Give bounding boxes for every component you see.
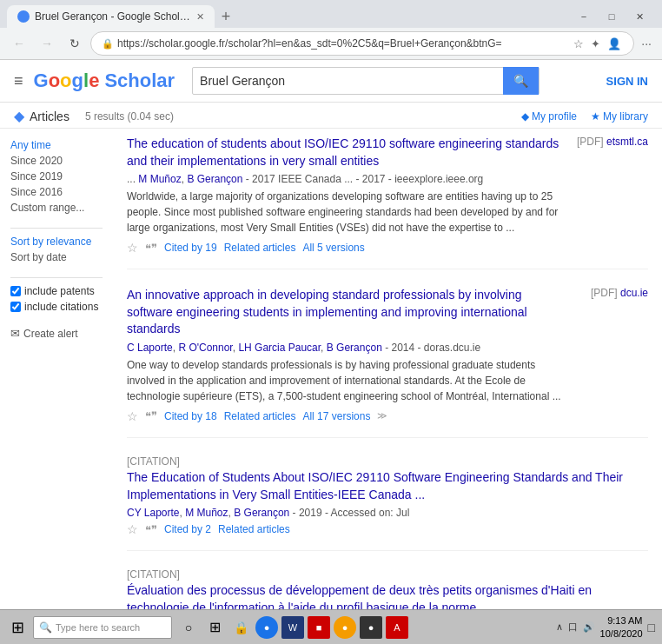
bookmark-star-icon[interactable]: ✦: [589, 36, 602, 52]
taskbar-app3[interactable]: ●: [334, 616, 356, 639]
my-library-label: My library: [603, 110, 648, 123]
author-link[interactable]: R O'Connor: [178, 342, 232, 354]
quote-icon[interactable]: ❝❞: [145, 523, 157, 536]
star-icon[interactable]: ☆: [127, 409, 138, 423]
volume-icon[interactable]: 🔊: [583, 621, 595, 633]
close-window-button[interactable]: ✕: [627, 8, 652, 25]
result-pdf-1[interactable]: [PDF] etsmtl.ca: [561, 136, 648, 255]
sort-by-relevance[interactable]: Sort by relevance: [10, 236, 103, 248]
taskbar-app1[interactable]: W: [281, 616, 304, 639]
include-citations-input[interactable]: [10, 302, 21, 312]
tab-title: Bruel Gerançon - Google Scholar x: [35, 10, 191, 23]
author-link[interactable]: B Gerançon: [327, 342, 382, 354]
result-item: The education of students about ISO/IEC …: [127, 136, 648, 269]
task-view-icon[interactable]: ○: [177, 616, 200, 639]
filter-since-2020[interactable]: Since 2020: [10, 155, 103, 167]
new-tab-button[interactable]: +: [215, 5, 237, 28]
sort-filter-section: Sort by relevance Sort by date: [10, 236, 103, 263]
search-button[interactable]: 🔍: [503, 67, 539, 95]
create-alert-label: Create alert: [23, 328, 78, 340]
articles-diamond-icon: ◆: [14, 108, 24, 124]
versions-icon: ≫: [377, 410, 387, 422]
windows-icon: ⊞: [11, 618, 24, 637]
taskbar-app2[interactable]: ■: [308, 616, 330, 639]
browser-icon[interactable]: ●: [255, 616, 278, 639]
taskbar-app4[interactable]: ●: [360, 616, 382, 639]
lock-icon[interactable]: 🔒: [229, 616, 252, 639]
search-icon: 🔍: [513, 74, 528, 88]
active-tab[interactable]: Bruel Gerançon - Google Scholar x ✕: [7, 5, 215, 28]
start-button[interactable]: ⊞: [3, 614, 31, 641]
forward-button[interactable]: →: [35, 31, 59, 56]
cited-by-2[interactable]: Cited by 18: [164, 410, 217, 422]
time-filter-section: Any time Since 2020 Since 2019 Since 201…: [10, 139, 103, 214]
my-library-link[interactable]: ★ My library: [591, 110, 648, 123]
result-main-2: An innovative approach in developing sta…: [127, 287, 561, 423]
time-display: 9:13 AM: [600, 614, 643, 627]
author-link[interactable]: M Muñoz: [185, 507, 228, 519]
tab-close-btn[interactable]: ✕: [196, 11, 204, 23]
my-profile-link[interactable]: ◆ My profile: [521, 110, 577, 123]
clock: 9:13 AM 10/8/2020: [600, 614, 643, 640]
network-icon[interactable]: 口: [568, 621, 578, 634]
address-bar[interactable]: 🔒 https://scholar.google.fr/scholar?hl=e…: [90, 31, 634, 56]
star-icon[interactable]: ☆: [127, 241, 138, 255]
author-link[interactable]: C Laporte: [127, 342, 173, 354]
bookmark-icon[interactable]: ☆: [572, 36, 586, 52]
taskbar-icons: ○ ⊞ 🔒 ● W ■ ● ● A: [174, 616, 412, 639]
author-link[interactable]: M Muñoz: [138, 173, 181, 185]
search-input[interactable]: [193, 70, 503, 91]
result-title-2[interactable]: An innovative approach in developing sta…: [127, 287, 561, 338]
author-link[interactable]: B Gerançon: [234, 507, 289, 519]
minimize-button[interactable]: −: [572, 8, 596, 25]
account-icon[interactable]: 👤: [606, 36, 623, 52]
notification-icon[interactable]: □: [648, 621, 655, 634]
maximize-button[interactable]: □: [599, 8, 624, 25]
search-box[interactable]: 🔍: [192, 67, 540, 95]
result-title-3[interactable]: The Education of Students About ISO/IEC …: [127, 469, 648, 503]
cited-by-3[interactable]: Cited by 2: [164, 523, 211, 535]
result-item: [CITATION] The Education of Students Abo…: [127, 455, 648, 551]
include-citations-checkbox[interactable]: include citations: [10, 301, 103, 313]
address-bar-icons: ☆ ✦ 👤: [572, 36, 623, 52]
refresh-button[interactable]: ↻: [63, 31, 87, 56]
window-controls: − □ ✕: [572, 8, 655, 25]
articles-label[interactable]: Articles: [30, 110, 70, 123]
create-alert-link[interactable]: ✉ Create alert: [10, 327, 103, 340]
star-icon[interactable]: ☆: [127, 522, 138, 536]
filter-any-time[interactable]: Any time: [10, 139, 103, 151]
sign-in-button[interactable]: SIGN IN: [606, 75, 648, 88]
hamburger-menu[interactable]: ≡: [14, 72, 23, 90]
filter-custom-range[interactable]: Custom range...: [10, 202, 103, 214]
include-patents-checkbox[interactable]: include patents: [10, 285, 103, 297]
result-title-1[interactable]: The education of students about ISO/IEC …: [127, 136, 561, 169]
all-versions-1[interactable]: All 5 versions: [302, 242, 364, 254]
result-pdf-2[interactable]: [PDF] dcu.ie: [561, 287, 648, 423]
file-explorer-icon[interactable]: ⊞: [203, 616, 226, 639]
cited-by-1[interactable]: Cited by 19: [164, 242, 217, 254]
taskbar-app5[interactable]: A: [386, 616, 408, 639]
back-button[interactable]: ←: [7, 31, 31, 56]
taskbar-search-box[interactable]: 🔍 Type here to search: [33, 616, 172, 639]
filter-since-2019[interactable]: Since 2019: [10, 170, 103, 183]
related-articles-2[interactable]: Related articles: [224, 410, 296, 422]
all-versions-2[interactable]: All 17 versions: [302, 410, 370, 422]
include-patents-input[interactable]: [10, 286, 21, 296]
address-bar-row: ← → ↻ 🔒 https://scholar.google.fr/schola…: [0, 28, 662, 59]
browser-menu-button[interactable]: ···: [638, 33, 655, 54]
header-right: ◆ My profile ★ My library: [521, 110, 648, 123]
related-articles-1[interactable]: Related articles: [224, 242, 296, 254]
result-authors-1: ... M Muñoz, B Gerançon - 2017 IEEE Cana…: [127, 173, 561, 185]
author-link[interactable]: B Gerançon: [187, 173, 242, 185]
quote-icon[interactable]: ❝❞: [145, 409, 157, 422]
filter-since-2016[interactable]: Since 2016: [10, 186, 103, 198]
star-icon: ★: [591, 110, 600, 123]
tray-up-arrow[interactable]: ∧: [556, 621, 563, 633]
author-link[interactable]: CY Laporte: [127, 507, 180, 519]
sort-by-date[interactable]: Sort by date: [10, 251, 103, 263]
scholar-header: ≡ Google Scholar 🔍 SIGN IN: [0, 60, 662, 103]
author-link[interactable]: LH Garcia Paucar: [238, 342, 321, 354]
my-profile-icon: ◆: [521, 110, 529, 123]
quote-icon[interactable]: ❝❞: [145, 242, 157, 255]
related-articles-3[interactable]: Related articles: [218, 523, 290, 535]
